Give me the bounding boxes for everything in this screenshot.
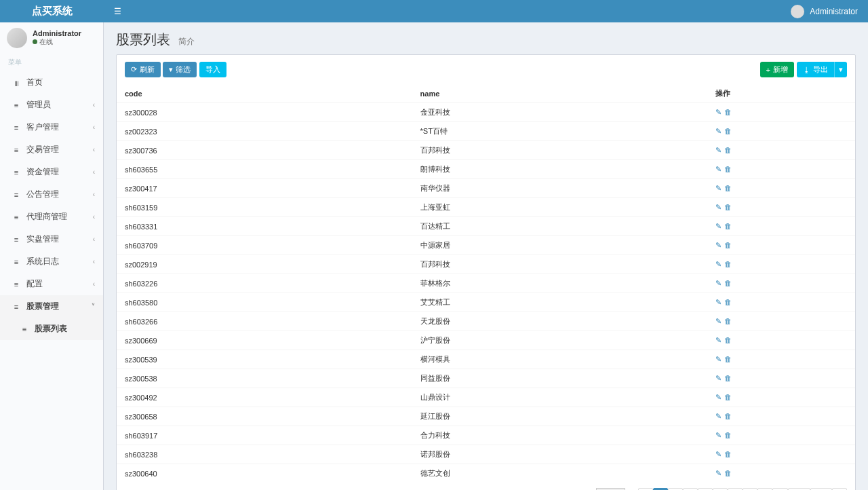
- menu-header: 菜单: [0, 54, 103, 71]
- delete-button[interactable]: 🗑: [724, 146, 732, 154]
- edit-button[interactable]: ✎: [715, 108, 722, 116]
- cell-code: sz300492: [117, 388, 412, 407]
- table-row: sz300736百邦科技✎🗑: [117, 141, 855, 160]
- trash-icon: 🗑: [724, 127, 732, 135]
- delete-button[interactable]: 🗑: [724, 241, 732, 249]
- cell-name: 沪宁股份: [412, 331, 708, 350]
- export-button[interactable]: ⭳导出: [797, 62, 834, 77]
- cell-actions: ✎🗑: [707, 274, 855, 293]
- edit-button[interactable]: ✎: [715, 393, 722, 401]
- delete-button[interactable]: 🗑: [724, 298, 732, 306]
- export-dropdown-toggle[interactable]: ▾: [834, 62, 847, 77]
- table-footer: 从 1 到 20 ，总共 3568 条 显示 20 条 «12345678...…: [117, 483, 855, 490]
- stock-table: code name 操作 sz300028金亚科技✎🗑sz002323*ST百特…: [117, 84, 855, 483]
- sidebar-item-stock-list[interactable]: ≡股票列表: [0, 318, 103, 340]
- cell-code: sz300640: [117, 464, 412, 483]
- delete-button[interactable]: 🗑: [724, 317, 732, 325]
- edit-button[interactable]: ✎: [715, 317, 722, 325]
- refresh-icon: ⟳: [131, 65, 137, 74]
- header-user-menu[interactable]: Administrator: [791, 5, 868, 18]
- refresh-button[interactable]: ⟳刷新: [125, 62, 161, 77]
- edit-button[interactable]: ✎: [715, 203, 722, 211]
- brand-logo: 点买系统: [0, 5, 104, 18]
- edit-button[interactable]: ✎: [715, 241, 722, 249]
- page-title: 股票列表 简介: [116, 31, 856, 49]
- delete-button[interactable]: 🗑: [724, 108, 732, 116]
- delete-button[interactable]: 🗑: [724, 469, 732, 477]
- table-row: sh603709中源家居✎🗑: [117, 236, 855, 255]
- delete-button[interactable]: 🗑: [724, 374, 732, 382]
- edit-icon: ✎: [715, 355, 722, 363]
- edit-button[interactable]: ✎: [715, 412, 722, 420]
- delete-button[interactable]: 🗑: [724, 336, 732, 344]
- sidebar-item-trade[interactable]: ≡交易管理‹: [0, 138, 103, 161]
- cell-actions: ✎🗑: [707, 141, 855, 160]
- filter-button[interactable]: ▾筛选: [163, 62, 197, 77]
- chevron-left-icon: ‹: [93, 258, 95, 265]
- chevron-left-icon: ‹: [93, 235, 95, 243]
- delete-button[interactable]: 🗑: [724, 260, 732, 268]
- edit-button[interactable]: ✎: [715, 374, 722, 382]
- delete-button[interactable]: 🗑: [724, 355, 732, 363]
- edit-button[interactable]: ✎: [715, 184, 722, 192]
- cell-actions: ✎🗑: [707, 293, 855, 312]
- add-button[interactable]: +新增: [760, 62, 794, 77]
- sidebar-item-config[interactable]: ≡配置‹: [0, 273, 103, 295]
- cell-code: sh603331: [117, 217, 412, 236]
- trash-icon: 🗑: [724, 108, 732, 116]
- user-panel: Administrator 在线: [0, 22, 103, 54]
- edit-button[interactable]: ✎: [715, 431, 722, 439]
- table-header-row: code name 操作: [117, 84, 855, 103]
- sidebar-item-home[interactable]: ⫼首页: [0, 71, 103, 94]
- chevron-left-icon: ‹: [93, 146, 95, 153]
- cell-code: sz002323: [117, 122, 412, 141]
- edit-button[interactable]: ✎: [715, 127, 722, 135]
- edit-button[interactable]: ✎: [715, 279, 722, 287]
- edit-button[interactable]: ✎: [715, 222, 722, 230]
- import-button[interactable]: 导入: [199, 62, 226, 77]
- delete-button[interactable]: 🗑: [724, 184, 732, 192]
- delete-button[interactable]: 🗑: [724, 165, 732, 173]
- cell-actions: ✎🗑: [707, 179, 855, 198]
- edit-button[interactable]: ✎: [715, 336, 722, 344]
- edit-button[interactable]: ✎: [715, 260, 722, 268]
- cell-name: 金亚科技: [412, 103, 708, 122]
- list-icon: ≡: [10, 258, 22, 266]
- sidebar-item-stock[interactable]: ≡股票管理˅: [0, 295, 103, 318]
- delete-button[interactable]: 🗑: [724, 203, 732, 211]
- edit-button[interactable]: ✎: [715, 298, 722, 306]
- delete-button[interactable]: 🗑: [724, 450, 732, 458]
- cell-code: sh603580: [117, 293, 412, 312]
- edit-button[interactable]: ✎: [715, 355, 722, 363]
- delete-button[interactable]: 🗑: [724, 279, 732, 287]
- table-row: sh603917合力科技✎🗑: [117, 426, 855, 445]
- delete-button[interactable]: 🗑: [724, 127, 732, 135]
- sidebar-item-fund[interactable]: ≡资金管理‹: [0, 161, 103, 183]
- cell-name: 诺邦股份: [412, 445, 708, 464]
- delete-button[interactable]: 🗑: [724, 412, 732, 420]
- filter-icon: ▾: [169, 65, 173, 74]
- sidebar-item-notice[interactable]: ≡公告管理‹: [0, 183, 103, 206]
- sidebar-item-real[interactable]: ≡实盘管理‹: [0, 228, 103, 250]
- cell-code: sz002919: [117, 255, 412, 274]
- delete-button[interactable]: 🗑: [724, 393, 732, 401]
- cell-actions: ✎🗑: [707, 122, 855, 141]
- edit-icon: ✎: [715, 412, 722, 420]
- delete-button[interactable]: 🗑: [724, 222, 732, 230]
- sidebar-item-customer[interactable]: ≡客户管理‹: [0, 116, 103, 138]
- sidebar-item-syslog[interactable]: ≡系统日志‹: [0, 250, 103, 273]
- sidebar-item-agent[interactable]: ≡代理商管理‹: [0, 206, 103, 228]
- edit-button[interactable]: ✎: [715, 146, 722, 154]
- chart-icon: ⫼: [10, 79, 22, 87]
- edit-button[interactable]: ✎: [715, 165, 722, 173]
- cell-name: 同益股份: [412, 369, 708, 388]
- cell-code: sz300736: [117, 141, 412, 160]
- cell-code: sz300538: [117, 369, 412, 388]
- edit-button[interactable]: ✎: [715, 469, 722, 477]
- edit-button[interactable]: ✎: [715, 450, 722, 458]
- sidebar-toggle-icon[interactable]: ☰: [104, 7, 131, 16]
- delete-button[interactable]: 🗑: [724, 431, 732, 439]
- table-row: sh603238诺邦股份✎🗑: [117, 445, 855, 464]
- sidebar-item-admin[interactable]: ≡管理员‹: [0, 94, 103, 116]
- cell-code: sz300417: [117, 179, 412, 198]
